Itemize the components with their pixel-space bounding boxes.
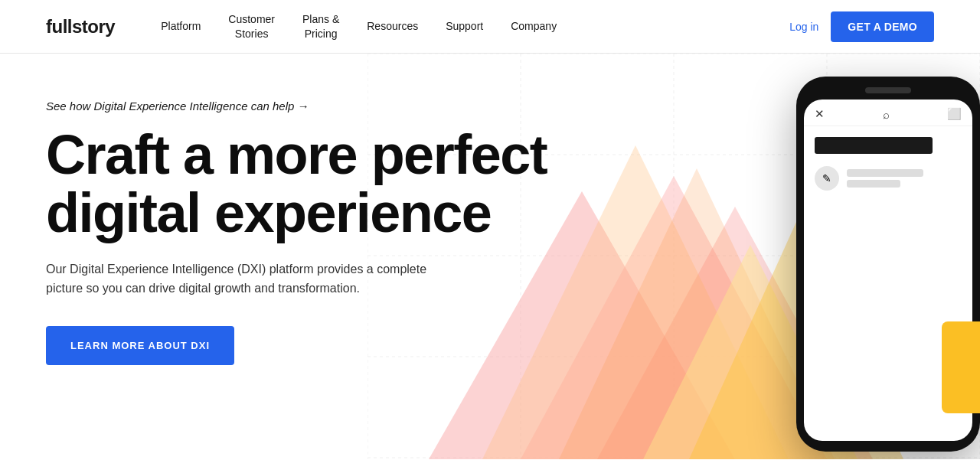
phone-share-icon: ⬜ bbox=[947, 107, 962, 121]
hero-section: See how Digital Experience Intelligence … bbox=[0, 54, 980, 459]
phone-screen-top: ✕ ⌕ ⬜ bbox=[804, 100, 972, 126]
logo[interactable]: fullstory bbox=[46, 16, 115, 38]
phone-line-1 bbox=[847, 169, 923, 177]
nav-actions: Log in GET A DEMO bbox=[789, 11, 934, 42]
phone-close-icon: ✕ bbox=[815, 107, 825, 121]
navbar: fullstory Platform Customer Stories Plan… bbox=[0, 0, 980, 54]
nav-customer-stories[interactable]: Customer Stories bbox=[228, 12, 275, 40]
nav-resources[interactable]: Resources bbox=[367, 19, 418, 33]
yellow-blob bbox=[942, 321, 980, 413]
phone-search-icon: ⌕ bbox=[883, 108, 890, 121]
phone-item-icon: ✎ bbox=[815, 166, 839, 191]
cta-button[interactable]: LEARN MORE ABOUT DXI bbox=[46, 326, 234, 365]
nav-plans-pricing[interactable]: Plans & Pricing bbox=[302, 12, 339, 40]
phone-content-bar bbox=[815, 137, 933, 154]
nav-support[interactable]: Support bbox=[446, 19, 483, 33]
phone-screen-content: ✎ bbox=[804, 126, 972, 209]
nav-links: Platform Customer Stories Plans & Pricin… bbox=[161, 12, 789, 40]
hero-title-line1: Craft a more perfect bbox=[46, 124, 547, 185]
phone-list-item-1: ✎ bbox=[815, 166, 962, 191]
hero-title-line2: digital experience bbox=[46, 182, 491, 243]
nav-platform[interactable]: Platform bbox=[161, 19, 201, 33]
nav-company[interactable]: Company bbox=[511, 19, 557, 33]
phone-item-text bbox=[847, 169, 923, 188]
get-demo-button[interactable]: GET A DEMO bbox=[831, 11, 934, 42]
login-link[interactable]: Log in bbox=[789, 21, 818, 33]
hero-description: Our Digital Experience Intelligence (DXI… bbox=[46, 260, 444, 299]
phone-notch bbox=[865, 87, 911, 93]
phone-line-2 bbox=[847, 180, 900, 188]
phone-mockup: ✕ ⌕ ⬜ ✎ bbox=[796, 77, 980, 459]
hero-title: Craft a more perfect digital experience bbox=[46, 126, 628, 242]
